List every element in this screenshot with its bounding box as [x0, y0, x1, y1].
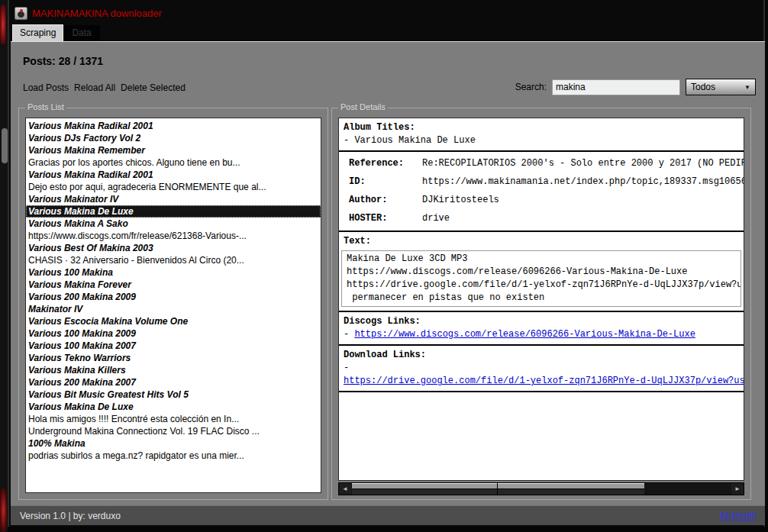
scroll-left-icon[interactable]: ◄ [339, 483, 351, 495]
post-details-group: Post Details Album Titles: - Various Mak… [331, 108, 751, 500]
section-divider [339, 391, 744, 392]
list-item[interactable]: Various DJs Factory Vol 2 [26, 132, 321, 144]
horizontal-scrollbar[interactable]: ◄ ► [338, 482, 744, 495]
posts-list[interactable]: Various Makina Radikal 2001Various DJs F… [25, 118, 321, 493]
scroll-right-icon[interactable]: ► [731, 483, 744, 495]
scraping-tab-page: Posts: 28 / 1371 Load Posts Reload All D… [11, 41, 765, 505]
post-text-line: https://www.discogs.com/release/6096266-… [342, 266, 741, 279]
profile-link[interactable]: Mi Perfil! [720, 511, 756, 521]
delete-selected-button[interactable]: Delete Selected [121, 82, 186, 93]
list-item[interactable]: Gracias por los aportes chicos. Alguno t… [26, 156, 321, 169]
tab-scraping[interactable]: Scraping [12, 24, 63, 41]
list-item[interactable]: Various Makina De Luxe [26, 205, 321, 218]
post-text-line: https://drive.google.com/file/d/1-yelxof… [342, 279, 741, 292]
download-link[interactable]: https://drive.google.com/file/d/1-yelxof… [344, 376, 744, 386]
list-item[interactable]: Various Tekno Warriors [26, 352, 321, 364]
posts-list-group: Posts List Various Makina Radikal 2001Va… [18, 108, 328, 500]
list-item[interactable]: Various Makina Killers [26, 364, 321, 376]
post-details-view[interactable]: Album Titles: - Various Makina De Luxe R… [338, 118, 744, 481]
list-item[interactable]: Hola mis amigos !!!! Encontré esta colec… [26, 413, 321, 425]
tab-data[interactable]: Data [63, 25, 99, 41]
list-item[interactable]: 100% Makina [26, 437, 321, 450]
post-text-line: permanecer en pistas que no existen [342, 292, 741, 305]
list-item[interactable]: Various Escocia Makina Volume One [26, 315, 321, 327]
list-item[interactable]: Various Makinator IV [26, 193, 321, 205]
list-item[interactable]: podrias subirlos a mega.nz? rapidgator e… [26, 450, 321, 462]
gray-decoration [2, 128, 8, 163]
title-bar[interactable]: MAKINAMAKINA downloader [9, 4, 162, 22]
window-title: MAKINAMAKINA downloader [32, 8, 162, 19]
field-row: ID:https://www.makinamania.net/index.php… [339, 176, 744, 189]
search-input[interactable] [552, 79, 680, 95]
list-item[interactable]: CHASIS · 32 Aniversario - Bienvenidos Al… [26, 254, 321, 266]
red-glow-decoration [0, 488, 7, 532]
list-item[interactable]: Various Makina Forever [26, 279, 321, 291]
download-link-prefix: - [339, 362, 744, 375]
load-posts-button[interactable]: Load Posts [23, 82, 69, 93]
desktop-backdrop [0, 0, 8, 532]
list-item[interactable]: Underground Makina Connectionz Vol. 19 F… [26, 425, 321, 437]
list-item[interactable]: Various Makina A Sako [26, 218, 321, 230]
search-row: Search: Todos ▼ [515, 79, 756, 95]
download-links-label: Download Links: [339, 349, 744, 362]
posts-count: Posts: 28 / 1371 [23, 55, 103, 67]
list-item[interactable]: Various Makina Radikal 2001 [26, 169, 321, 181]
album-title-item: - Various Makina De Luxe [339, 134, 744, 147]
text-label: Text: [339, 235, 744, 248]
list-item[interactable]: Makinator IV [26, 303, 321, 315]
field-row: Author:DJKiritosteels [339, 194, 744, 207]
app-icon [15, 7, 27, 20]
field-row: HOSTER:drive [339, 212, 744, 225]
posts-list-group-label: Posts List [25, 102, 66, 111]
field-row: Reference:Re:RECOPILATORIOS 2000's - Sol… [339, 157, 744, 170]
list-item[interactable]: Various Best Of Makina 2003 [26, 242, 321, 254]
discogs-link[interactable]: https://www.discogs.com/release/6096266-… [354, 329, 695, 340]
list-item[interactable]: Various 200 Makina 2009 [26, 291, 321, 303]
status-bar: Version 1.0 | by: verduxo Mi Perfil! [11, 505, 765, 525]
actions-row: Load Posts Reload All Delete Selected [23, 82, 186, 93]
section-divider [339, 311, 744, 312]
tab-strip: Scraping Data [12, 25, 100, 41]
list-item[interactable]: Various Makina Radikal 2001 [26, 120, 321, 132]
reload-all-button[interactable]: Reload All [74, 82, 115, 93]
discogs-link-row: - https://www.discogs.com/release/609626… [339, 328, 744, 341]
list-item[interactable]: Dejo esto por aqui, agradeceria ENORMEME… [26, 181, 321, 193]
section-divider [339, 150, 744, 152]
scrollbar-thumb[interactable] [352, 483, 644, 495]
album-titles-label: Album Titles: [339, 121, 744, 134]
list-item[interactable]: https://www.discogs.com/fr/release/62136… [26, 230, 321, 242]
list-item[interactable]: Various 100 Makina [26, 266, 321, 279]
search-label: Search: [515, 82, 547, 92]
filter-dropdown-value: Todos [691, 82, 715, 92]
version-text: Version 1.0 | by: verduxo [20, 511, 121, 521]
list-item[interactable]: Various 100 Makina 2009 [26, 327, 321, 340]
post-text-line: Makina De Luxe 3CD MP3 [342, 253, 741, 266]
red-glow-decoration [0, 5, 6, 44]
list-item[interactable]: Various 200 Makina 2007 [26, 376, 321, 389]
section-divider [339, 344, 744, 346]
chevron-down-icon: ▼ [744, 84, 750, 91]
filter-dropdown[interactable]: Todos ▼ [686, 79, 756, 95]
discogs-links-label: Discogs Links: [339, 315, 744, 328]
post-text-box: Makina De Luxe 3CD MP3https://www.discog… [341, 250, 741, 307]
list-item[interactable]: Various Makina Remember [26, 144, 321, 156]
list-item[interactable]: Various Bit Music Greatest Hits Vol 5 [26, 389, 321, 401]
post-details-group-label: Post Details [338, 102, 388, 111]
list-item[interactable]: Various Makina De Luxe [26, 401, 321, 413]
section-divider [339, 231, 744, 232]
app-window: MAKINAMAKINA downloader Scraping Data Po… [8, 0, 765, 527]
scrollbar-track[interactable] [351, 483, 731, 495]
post-fields: Reference:Re:RECOPILATORIOS 2000's - Sol… [339, 157, 744, 225]
list-item[interactable]: Various 100 Makina 2007 [26, 340, 321, 352]
